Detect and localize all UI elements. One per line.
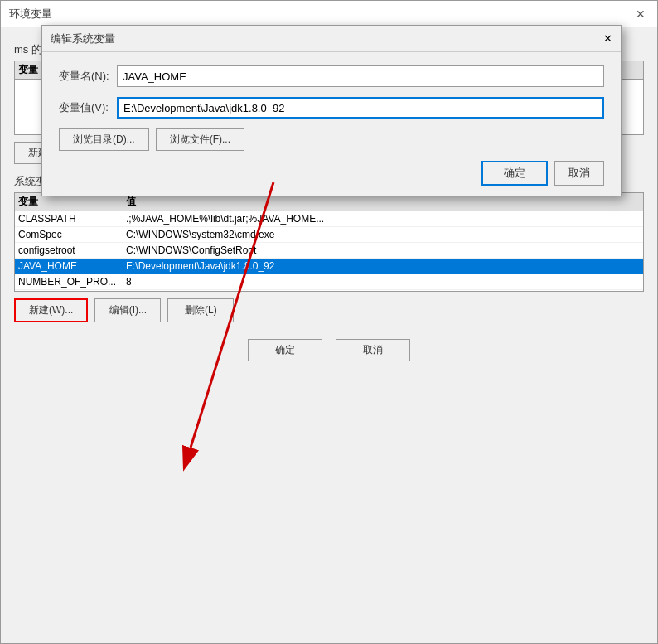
sys-edit-button[interactable]: 编辑(I)... bbox=[94, 298, 161, 322]
edit-dialog: 编辑系统变量 ✕ 变量名(N): 变量值(V): 浏览目录(D)... 浏览文件… bbox=[41, 25, 622, 196]
var-value-input[interactable] bbox=[117, 97, 604, 119]
browse-dir-button[interactable]: 浏览目录(D)... bbox=[59, 128, 149, 151]
env-confirm-button[interactable]: 确定 bbox=[248, 339, 322, 361]
table-row[interactable]: configsetroot C:\WINDOWS\ConfigSetRoot bbox=[15, 243, 643, 259]
sys-delete-button[interactable]: 删除(L) bbox=[167, 298, 234, 322]
var-name-label: 变量名(N): bbox=[59, 69, 117, 84]
env-cancel-button[interactable]: 取消 bbox=[336, 339, 410, 361]
var-value-label: 变量值(V): bbox=[59, 100, 117, 115]
edit-dialog-title: 编辑系统变量 bbox=[51, 31, 115, 46]
table-row-java-home[interactable]: JAVA_HOME E:\Development\Java\jdk1.8.0_9… bbox=[15, 259, 643, 274]
var-name-input[interactable] bbox=[117, 65, 604, 87]
edit-close-button[interactable]: ✕ bbox=[603, 32, 612, 45]
browse-file-button[interactable]: 浏览文件(F)... bbox=[156, 128, 244, 151]
edit-dialog-titlebar: 编辑系统变量 ✕ bbox=[42, 26, 621, 52]
sys-new-button[interactable]: 新建(W)... bbox=[14, 298, 88, 322]
env-dialog-title: 环境变量 bbox=[9, 7, 52, 22]
env-close-button[interactable]: ✕ bbox=[632, 6, 649, 22]
edit-confirm-button[interactable]: 确定 bbox=[481, 161, 548, 186]
table-row[interactable]: CLASSPATH .;%JAVA_HOME%\lib\dt.jar;%JAVA… bbox=[15, 211, 643, 227]
edit-cancel-button[interactable]: 取消 bbox=[554, 161, 604, 186]
env-dialog-titlebar: 环境变量 ✕ bbox=[1, 1, 657, 27]
sys-vars-col-name: 变量 bbox=[18, 195, 126, 209]
sys-vars-list[interactable]: 变量 值 CLASSPATH .;%JAVA_HOME%\lib\dt.jar;… bbox=[14, 192, 644, 292]
sys-vars-col-value: 值 bbox=[126, 195, 640, 209]
table-row[interactable]: NUMBER_OF_PRO... 8 bbox=[15, 274, 643, 290]
table-row[interactable]: ComSpec C:\WINDOWS\system32\cmd.exe bbox=[15, 227, 643, 243]
